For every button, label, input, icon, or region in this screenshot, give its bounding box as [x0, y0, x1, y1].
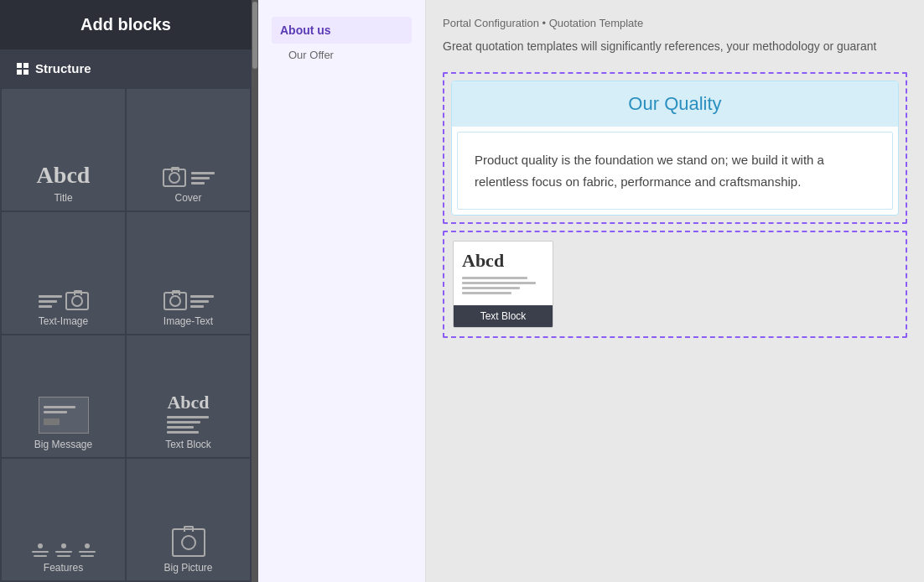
toc-item-about-us[interactable]: About us: [272, 17, 412, 44]
feat-col1: [32, 543, 49, 557]
block-big-picture-label: Big Picture: [164, 562, 212, 574]
block-title-label: Title: [54, 192, 72, 204]
block-cover[interactable]: Cover: [127, 89, 250, 210]
tb-line1: [167, 416, 209, 418]
toc-item-our-offer[interactable]: Our Offer: [272, 44, 412, 66]
block-image-text-label: Image-Text: [164, 315, 213, 327]
text-block-preview-body: Abcd: [454, 242, 553, 305]
tbp-title: Abcd: [462, 250, 544, 272]
dot2: [61, 543, 66, 548]
features-preview-icon: [32, 543, 96, 557]
scroll-thumb[interactable]: [252, 2, 257, 69]
block-text-block[interactable]: Abcd Text Block: [127, 335, 250, 457]
toc-panel: About us Our Offer: [258, 0, 426, 582]
tb-line4: [167, 431, 199, 434]
big-message-preview-icon: [39, 397, 89, 434]
feat-line6: [80, 555, 94, 557]
tbp-line1: [462, 277, 527, 279]
dot1: [38, 543, 43, 548]
line3: [191, 182, 205, 184]
line3: [39, 305, 52, 308]
grid-icon: [17, 63, 29, 75]
text-block-preview-icon: Abcd: [167, 392, 209, 434]
dashed-box-inner-top: Our Quality Product quality is the found…: [444, 74, 906, 222]
block-text-image[interactable]: Text-Image: [2, 212, 125, 334]
quality-card: Our Quality Product quality is the found…: [451, 81, 899, 216]
text-image-lines: [39, 295, 62, 308]
line2: [191, 177, 210, 179]
line2: [190, 300, 209, 303]
block-features-label: Features: [44, 562, 83, 574]
main-area: About us Our Offer Portal Configuration …: [258, 0, 924, 582]
doc-header: Portal Configuration • Quotation Templat…: [443, 17, 907, 29]
line1: [190, 295, 214, 298]
dashed-selection-bottom[interactable]: Abcd Text Block: [443, 231, 907, 338]
tbp-line3: [462, 287, 520, 289]
bm-line2: [44, 411, 68, 413]
tbp-line4: [462, 292, 511, 294]
feat-col2: [55, 543, 72, 557]
block-cover-label: Cover: [174, 192, 201, 204]
cover-lines: [191, 172, 215, 184]
text-image-preview-icon: [39, 292, 89, 310]
feat-line3: [55, 551, 72, 553]
sidebar-title: Add blocks: [0, 0, 252, 49]
quality-card-body: Product quality is the foundation we sta…: [457, 132, 893, 210]
block-image-text[interactable]: Image-Text: [127, 212, 250, 334]
feat-line4: [57, 555, 70, 557]
block-big-message-label: Big Message: [34, 439, 92, 450]
tb-line3: [167, 426, 194, 429]
image-text-lines: [190, 295, 214, 308]
feat-line1: [32, 551, 49, 553]
bm-rect: [44, 418, 60, 425]
camera-icon: [163, 169, 186, 187]
block-text-image-label: Text-Image: [39, 315, 88, 327]
line1: [39, 295, 62, 298]
block-title[interactable]: Abcd Title: [2, 89, 125, 210]
block-big-picture[interactable]: Big Picture: [127, 459, 250, 580]
sidebar-scrollbar[interactable]: [252, 0, 258, 582]
big-picture-preview-icon: [172, 528, 205, 557]
bm-line1: [44, 406, 75, 408]
feat-line5: [79, 551, 96, 553]
line1: [191, 172, 215, 174]
tbp-line2: [462, 282, 536, 284]
block-features[interactable]: Features: [2, 459, 125, 580]
camera-icon: [164, 292, 187, 310]
block-big-message[interactable]: Big Message: [2, 335, 125, 457]
doc-preview: Portal Configuration • Quotation Templat…: [426, 0, 924, 582]
sidebar: Add blocks Structure Abcd Title Cover: [0, 0, 252, 582]
line3: [190, 305, 204, 308]
dashed-selection-top[interactable]: Our Quality Product quality is the found…: [443, 72, 907, 224]
camera-icon: [65, 292, 89, 310]
blocks-grid: Abcd Title Cover: [0, 87, 252, 582]
tbp-footer: Text Block: [454, 305, 553, 327]
tb-line2: [167, 421, 200, 424]
title-preview-icon: Abcd: [37, 164, 91, 187]
sidebar-section: Structure: [0, 49, 252, 87]
cover-preview-icon: [163, 169, 215, 187]
text-block-preview-card[interactable]: Abcd Text Block: [453, 241, 553, 328]
dot3: [85, 543, 90, 548]
line2: [39, 300, 57, 303]
feat-line2: [34, 555, 47, 557]
doc-intro: Great quotation templates will significa…: [443, 38, 907, 55]
feat-col3: [79, 543, 96, 557]
quality-card-title: Our Quality: [452, 81, 898, 127]
block-text-block-label: Text Block: [165, 439, 211, 450]
image-text-preview-icon: [164, 292, 214, 310]
